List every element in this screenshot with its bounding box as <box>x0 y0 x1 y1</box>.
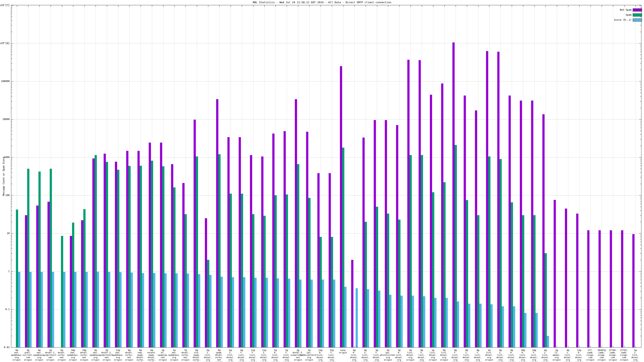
y-minor-tick <box>640 49 641 49</box>
x-axis-label: 11@ Y. list. dnswl. org origin <box>249 349 257 362</box>
x-axis-label: 2@ zen. spamhaus. org origin <box>168 349 180 361</box>
bar-spam <box>376 207 378 347</box>
y-minor-tick <box>11 32 12 32</box>
y-minor-tick <box>640 275 641 275</box>
x-tick <box>557 5 557 7</box>
bar-score-0-1 <box>266 278 268 347</box>
x-axis-label: 2ff04. iadb. isipp. com origin <box>609 349 617 361</box>
y-minor-tick <box>11 125 12 125</box>
y-tick-label: 10000 <box>2 118 10 121</box>
x-tick <box>636 346 636 347</box>
bar-not-spam <box>396 125 398 347</box>
y-minor-tick <box>640 123 641 123</box>
y-minor-tick <box>640 163 641 163</box>
y-minor-tick <box>11 280 12 280</box>
bar-not-spam <box>92 158 94 347</box>
x-tick <box>523 5 523 7</box>
y-tick-label: 100 <box>5 194 10 197</box>
y-tick-label: 100000 <box>1 80 10 83</box>
bar-spam <box>421 155 423 347</box>
y-minor-tick <box>11 286 12 287</box>
bar-spam <box>466 200 468 347</box>
y-minor-tick <box>11 93 12 93</box>
x-axis-label: 5@ 1. list. dnswl. org origin <box>204 349 212 362</box>
plot-area: 1x10^{7}1x10^{6}1000001000010001001010.1… <box>11 5 642 348</box>
y-minor-tick <box>640 253 641 253</box>
y-tick-label: 1 <box>8 270 10 273</box>
bar-not-spam <box>171 164 173 347</box>
y-tick <box>639 233 641 234</box>
bar-not-spam <box>36 206 38 347</box>
bar-not-spam <box>441 83 443 347</box>
y-minor-tick <box>11 277 12 277</box>
y-minor-tick <box>640 329 641 330</box>
bar-not-spam <box>486 51 488 347</box>
bar-not-spam <box>272 134 274 347</box>
y-minor-tick <box>640 273 641 273</box>
bar-spam <box>117 170 119 347</box>
bar-score-0-1 <box>63 272 66 347</box>
y-minor-tick <box>640 210 641 211</box>
bar-score-0-1 <box>547 336 549 347</box>
legend-label: Spam <box>626 13 632 16</box>
x-gridline <box>636 5 636 347</box>
bar-spam <box>387 214 389 347</box>
bar-spam <box>151 161 153 347</box>
x-axis-label: 10@ zen. spamhaus. org origin <box>67 349 79 361</box>
rbl-statistics-chart: RBL Statistics - Wed Jul 24 12:58:12 EDT… <box>0 0 644 362</box>
y-minor-tick <box>11 201 12 201</box>
bar-score-0-1 <box>30 272 32 347</box>
y-tick <box>639 81 641 81</box>
y-minor-tick <box>640 235 641 235</box>
y-minor-tick <box>11 321 12 321</box>
bar-not-spam <box>261 156 264 347</box>
bar-not-spam <box>104 154 106 347</box>
bar-not-spam <box>632 234 634 347</box>
bar-not-spam <box>329 173 331 347</box>
x-axis-label: 5@ Y. list. dnswl. org origin <box>283 349 291 362</box>
y-minor-tick <box>640 85 641 85</box>
bar-spam <box>94 155 97 347</box>
x-axis-label: 9@ 1. list. dnswl. org origin <box>463 349 471 362</box>
y-minor-tick <box>11 55 12 55</box>
y-tick-label: 1x10^{6} <box>0 42 10 45</box>
bar-score-0-1 <box>333 280 335 347</box>
y-minor-tick <box>11 172 12 173</box>
bar-score-0-1 <box>142 273 144 347</box>
y-minor-tick <box>11 166 12 166</box>
y-minor-tick <box>11 163 12 163</box>
legend-item: Spam <box>0 13 644 16</box>
x-tick <box>298 5 298 7</box>
y-minor-tick <box>640 321 641 321</box>
bar-score-0-1 <box>412 296 414 347</box>
legend-swatch <box>633 8 642 11</box>
x-tick <box>557 346 557 347</box>
bar-score-0-1 <box>457 302 459 347</box>
x-axis-label: 6@ recent. spam. dnsbl. sorbs. net origi… <box>147 349 156 362</box>
x-tick <box>377 5 377 7</box>
x-axis-label: 7@ dnsbl. sorbs. net origin <box>181 349 190 361</box>
bar-spam <box>297 164 299 347</box>
x-tick <box>546 5 546 7</box>
legend-swatch <box>633 13 642 16</box>
x-axis-label: 4@ 1. list. dnswl. org origin <box>564 349 572 362</box>
x-tick <box>624 346 624 347</box>
y-minor-tick <box>11 184 12 184</box>
x-axis-label: 5@ 0. list. dnswl. org origin <box>272 349 280 362</box>
x-tick <box>219 5 220 7</box>
x-tick <box>51 5 51 7</box>
bar-score-0-1 <box>513 306 515 347</box>
y-minor-tick <box>640 298 641 298</box>
bar-score-0-1 <box>378 291 380 347</box>
bar-spam <box>128 166 130 347</box>
y-minor-tick <box>640 318 641 318</box>
bar-spam <box>140 166 142 347</box>
x-tick <box>433 5 433 7</box>
bar-score-0-1 <box>288 279 290 347</box>
y-tick <box>11 5 13 5</box>
y-minor-tick <box>640 215 641 215</box>
x-tick <box>84 5 84 7</box>
bar-score-0-1 <box>299 280 302 347</box>
x-tick <box>73 5 73 7</box>
bar-not-spam <box>418 60 421 347</box>
